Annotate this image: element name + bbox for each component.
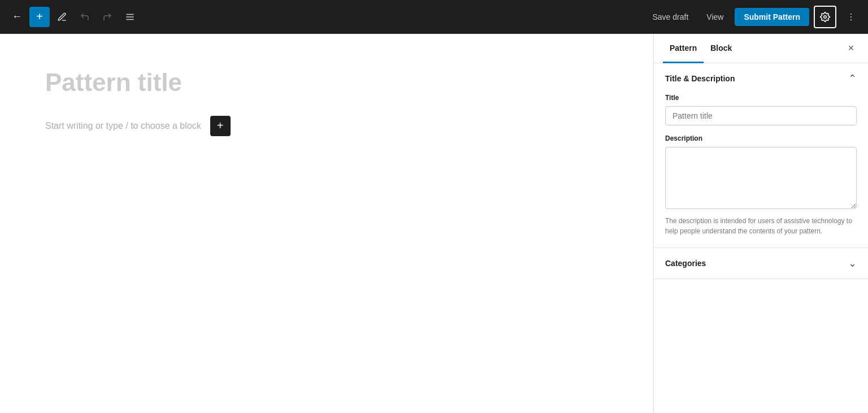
description-field-label: Description [665,134,857,142]
pattern-title-placeholder: Pattern title [45,68,608,98]
tab-pattern[interactable]: Pattern [663,34,704,63]
toolbar-right: Save draft View Submit Pattern [646,6,862,28]
description-help-text: The description is intended for users of… [665,216,857,236]
svg-point-6 [850,19,852,20]
title-field-label: Title [665,94,857,102]
editor-area[interactable]: Pattern title Start writing or type / to… [0,34,653,413]
sidebar: Pattern Block × Title & Description Titl… [653,34,868,413]
undo-button[interactable] [75,7,95,27]
main-layout: Pattern title Start writing or type / to… [0,34,868,413]
title-input[interactable] [665,106,857,125]
svg-point-5 [850,16,852,17]
add-block-button[interactable]: + [29,7,50,27]
title-description-header[interactable]: Title & Description [654,63,868,94]
redo-button[interactable] [97,7,118,27]
categories-toggle-icon [848,257,857,269]
list-view-button[interactable] [120,7,140,27]
title-description-toggle-icon [848,72,857,85]
svg-point-4 [850,13,852,14]
tab-block[interactable]: Block [704,34,739,63]
pen-tool-button[interactable] [52,7,72,27]
svg-point-3 [824,15,827,18]
add-block-inline-button[interactable]: + [210,116,231,136]
categories-section: Categories [654,248,868,279]
close-sidebar-button[interactable]: × [843,41,859,56]
block-placeholder-row: Start writing or type / to choose a bloc… [45,116,608,136]
categories-heading: Categories [665,259,706,268]
categories-header[interactable]: Categories [654,248,868,279]
block-placeholder-text: Start writing or type / to choose a bloc… [45,121,201,131]
title-description-heading: Title & Description [665,74,735,83]
settings-button[interactable] [814,6,836,28]
back-button[interactable]: ← [7,7,27,27]
title-description-body: Title Description The description is int… [654,94,868,247]
title-description-section: Title & Description Title Description Th… [654,63,868,248]
sidebar-header: Pattern Block × [654,34,868,63]
toolbar-left: ← + [7,7,644,27]
view-button[interactable]: View [700,9,730,25]
toolbar: ← + Save [0,0,868,34]
description-input[interactable] [665,147,857,209]
submit-pattern-button[interactable]: Submit Pattern [735,8,809,26]
more-options-button[interactable] [841,7,861,27]
save-draft-button[interactable]: Save draft [646,9,696,25]
